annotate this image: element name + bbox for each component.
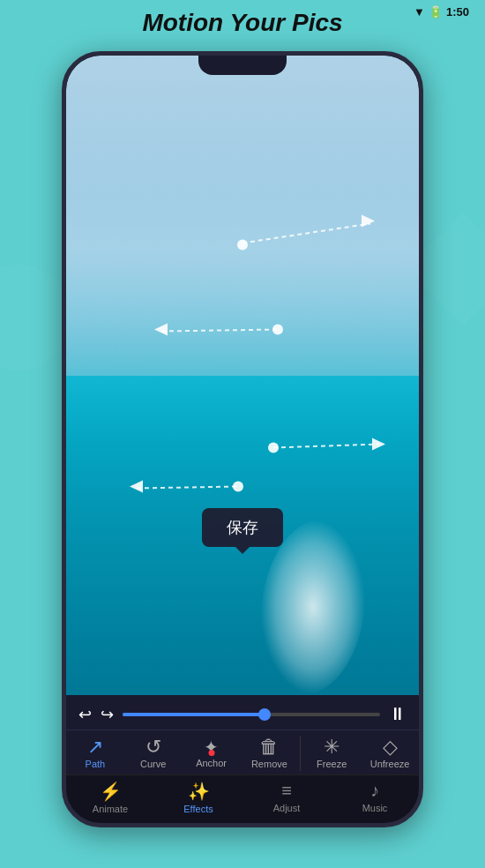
- bottom-controls: ↩ ↪ ⏸ ↗ Path ↺ Curve: [66, 695, 419, 823]
- curve-label: Curve: [140, 759, 166, 769]
- unfreeze-icon: ◇: [383, 737, 398, 757]
- anchor-dot: [208, 750, 214, 756]
- status-signal: ▼: [414, 5, 425, 19]
- tool-remove[interactable]: 🗑 Remove: [240, 734, 298, 773]
- tool-unfreeze[interactable]: ◇ Unfreeze: [361, 734, 419, 773]
- nav-effects[interactable]: ✨ Effects: [154, 781, 242, 814]
- play-pause-button[interactable]: ⏸: [389, 704, 407, 724]
- effects-icon: ✨: [188, 781, 210, 802]
- nav-animate[interactable]: ⚡ Animate: [66, 781, 154, 814]
- redo-button[interactable]: ↪: [101, 705, 114, 724]
- phone-notch: [198, 56, 287, 75]
- freeze-icon: ✳: [324, 737, 340, 757]
- progress-thumb[interactable]: [258, 708, 271, 721]
- animate-label: Animate: [93, 804, 128, 814]
- tool-freeze[interactable]: ✳ Freeze: [302, 734, 361, 773]
- music-label: Music: [362, 803, 388, 813]
- undo-button[interactable]: ↩: [78, 705, 92, 724]
- unfreeze-label: Unfreeze: [370, 759, 410, 769]
- tool-separator: [300, 736, 301, 771]
- animate-icon: ⚡: [100, 781, 122, 802]
- remove-label: Remove: [251, 759, 287, 769]
- tool-path[interactable]: ↗ Path: [66, 734, 124, 773]
- progress-fill: [123, 713, 265, 716]
- freeze-label: Freeze: [317, 759, 347, 769]
- save-tooltip[interactable]: 保存: [202, 508, 283, 547]
- bottom-nav: ⚡ Animate ✨ Effects ≡ Adjust ♪ Music: [66, 774, 419, 823]
- save-label: 保存: [227, 519, 258, 536]
- curve-icon: ↺: [146, 737, 161, 757]
- anchor-label: Anchor: [196, 758, 227, 768]
- tool-bar: ↗ Path ↺ Curve ✦ Anchor 🗑 Remove: [66, 730, 419, 774]
- nav-music[interactable]: ♪ Music: [331, 781, 419, 814]
- image-area[interactable]: 保存: [66, 56, 419, 695]
- phone-frame: 保存 ↩ ↪ ⏸ ↗ Path: [62, 51, 423, 827]
- music-icon: ♪: [370, 781, 379, 801]
- adjust-label: Adjust: [273, 803, 301, 813]
- status-battery: 🔋: [429, 5, 443, 19]
- tool-anchor[interactable]: ✦ Anchor: [183, 735, 241, 772]
- adjust-icon: ≡: [281, 781, 292, 801]
- effects-label: Effects: [183, 804, 213, 814]
- progress-bar[interactable]: [123, 713, 380, 716]
- page-title: Motion Your Pics: [0, 0, 485, 44]
- nav-adjust[interactable]: ≡ Adjust: [242, 781, 331, 814]
- playback-bar: ↩ ↪ ⏸: [66, 699, 419, 730]
- path-icon: ↗: [87, 737, 103, 757]
- cloud-overlay: [66, 56, 419, 408]
- status-time: 1:50: [446, 5, 469, 19]
- path-label: Path: [86, 759, 106, 769]
- phone-screen: 保存 ↩ ↪ ⏸ ↗ Path: [66, 56, 419, 823]
- tool-curve[interactable]: ↺ Curve: [124, 734, 183, 773]
- status-bar: ▼ 🔋 1:50: [414, 5, 469, 19]
- bg-decoration-left: [0, 265, 71, 370]
- remove-icon: 🗑: [259, 737, 279, 757]
